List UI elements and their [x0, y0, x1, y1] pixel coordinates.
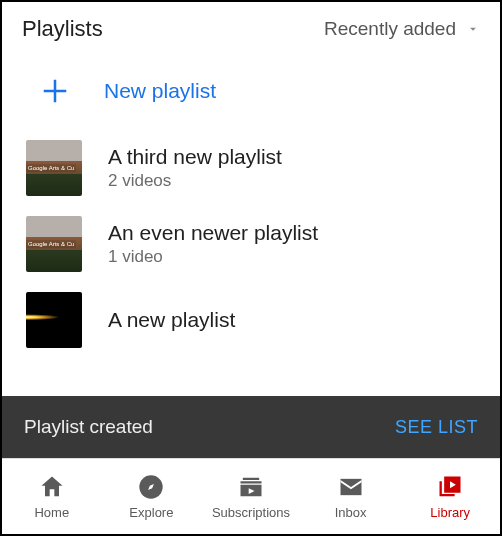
playlist-row[interactable]: A new playlist — [2, 282, 500, 358]
subscriptions-icon — [237, 473, 265, 501]
playlist-subtitle: 1 video — [108, 247, 318, 267]
section-title: Playlists — [22, 16, 103, 42]
new-playlist-button[interactable]: New playlist — [2, 52, 500, 130]
toast-message: Playlist created — [24, 416, 153, 438]
nav-library[interactable]: Library — [400, 459, 500, 534]
nav-label: Inbox — [335, 505, 367, 520]
bottom-nav: Home Explore Subscriptions Inbox Library — [2, 458, 500, 534]
plus-icon — [40, 76, 70, 106]
chevron-down-icon — [466, 22, 480, 36]
playlist-thumbnail — [26, 216, 82, 272]
nav-subscriptions[interactable]: Subscriptions — [201, 459, 301, 534]
playlist-text: An even newer playlist 1 video — [108, 221, 318, 267]
playlist-text: A third new playlist 2 videos — [108, 145, 282, 191]
compass-icon — [137, 473, 165, 501]
toast-snackbar: Playlist created SEE LIST — [2, 396, 500, 458]
nav-label: Subscriptions — [212, 505, 290, 520]
playlist-thumbnail — [26, 292, 82, 348]
nav-inbox[interactable]: Inbox — [301, 459, 401, 534]
nav-home[interactable]: Home — [2, 459, 102, 534]
playlist-text: A new playlist — [108, 308, 235, 332]
library-icon — [436, 473, 464, 501]
app-root: Playlists Recently added New playlist A … — [0, 0, 502, 536]
playlist-title: An even newer playlist — [108, 221, 318, 245]
home-icon — [38, 473, 66, 501]
nav-explore[interactable]: Explore — [102, 459, 202, 534]
playlist-title: A new playlist — [108, 308, 235, 332]
playlist-thumbnail — [26, 140, 82, 196]
mail-icon — [337, 473, 365, 501]
playlists-header: Playlists Recently added — [2, 2, 500, 52]
nav-label: Home — [34, 505, 69, 520]
playlist-title: A third new playlist — [108, 145, 282, 169]
sort-dropdown[interactable]: Recently added — [324, 18, 480, 40]
nav-label: Library — [430, 505, 470, 520]
playlist-subtitle: 2 videos — [108, 171, 282, 191]
nav-label: Explore — [129, 505, 173, 520]
playlist-list: New playlist A third new playlist 2 vide… — [2, 52, 500, 396]
playlist-row[interactable]: A third new playlist 2 videos — [2, 130, 500, 206]
new-playlist-label: New playlist — [104, 79, 216, 103]
playlist-row[interactable]: An even newer playlist 1 video — [2, 206, 500, 282]
sort-label: Recently added — [324, 18, 456, 40]
toast-action-button[interactable]: SEE LIST — [395, 417, 478, 438]
